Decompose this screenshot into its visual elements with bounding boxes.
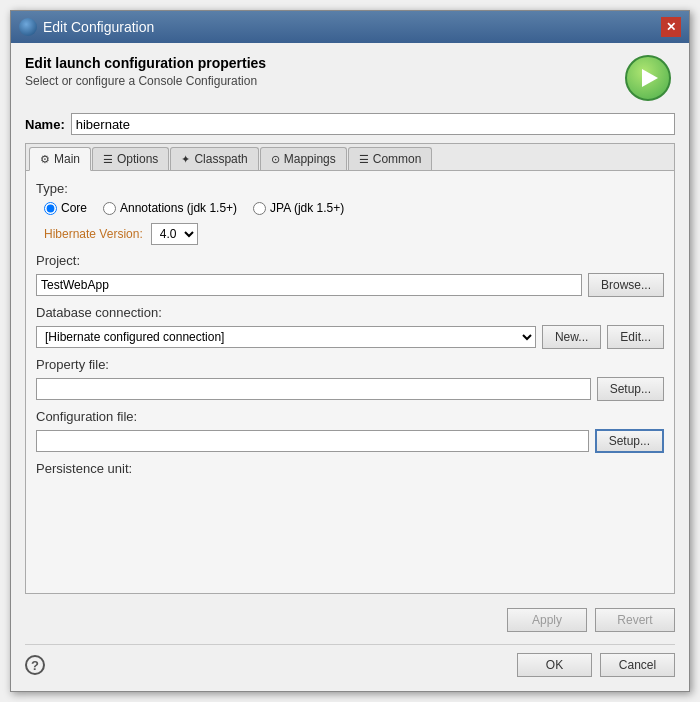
name-label: Name: bbox=[25, 117, 65, 132]
panel-content: Type: Core Annotations (jdk 1.5+) JPA bbox=[26, 171, 674, 593]
tab-common[interactable]: ☰ Common bbox=[348, 147, 433, 170]
main-tab-icon: ⚙ bbox=[40, 153, 50, 166]
version-label: Hibernate Version: bbox=[44, 227, 143, 241]
apply-button[interactable]: Apply bbox=[507, 608, 587, 632]
db-connection-row: [Hibernate configured connection] New...… bbox=[36, 325, 664, 349]
dialog-content: Edit launch configuration properties Sel… bbox=[11, 43, 689, 691]
config-file-label: Configuration file: bbox=[36, 409, 664, 424]
heading: Edit launch configuration properties bbox=[25, 55, 266, 71]
apply-revert-row: Apply Revert bbox=[25, 602, 675, 636]
tab-options[interactable]: ☰ Options bbox=[92, 147, 169, 170]
radio-core[interactable]: Core bbox=[44, 201, 87, 215]
property-file-input[interactable] bbox=[36, 378, 591, 400]
play-triangle-icon bbox=[642, 69, 658, 87]
config-file-input[interactable] bbox=[36, 430, 589, 452]
tab-common-label: Common bbox=[373, 152, 422, 166]
radio-jpa[interactable]: JPA (jdk 1.5+) bbox=[253, 201, 344, 215]
project-field-row: Browse... bbox=[36, 273, 664, 297]
help-button[interactable]: ? bbox=[25, 655, 45, 675]
classpath-tab-icon: ✦ bbox=[181, 153, 190, 166]
footer-row: ? OK Cancel bbox=[25, 644, 675, 681]
options-tab-icon: ☰ bbox=[103, 153, 113, 166]
property-setup-button[interactable]: Setup... bbox=[597, 377, 664, 401]
run-icon-container[interactable] bbox=[625, 55, 675, 105]
tab-main[interactable]: ⚙ Main bbox=[29, 147, 91, 171]
config-setup-button[interactable]: Setup... bbox=[595, 429, 664, 453]
db-connection-select[interactable]: [Hibernate configured connection] bbox=[36, 326, 536, 348]
version-select[interactable]: 4.0 3.6 3.5 3.3 bbox=[151, 223, 198, 245]
type-radio-group: Core Annotations (jdk 1.5+) JPA (jdk 1.5… bbox=[44, 201, 664, 215]
tab-main-label: Main bbox=[54, 152, 80, 166]
main-panel: ⚙ Main ☰ Options ✦ Classpath ⊙ Mappings … bbox=[25, 143, 675, 594]
browse-button[interactable]: Browse... bbox=[588, 273, 664, 297]
mappings-tab-icon: ⊙ bbox=[271, 153, 280, 166]
title-bar: Edit Configuration ✕ bbox=[11, 11, 689, 43]
common-tab-icon: ☰ bbox=[359, 153, 369, 166]
name-row: Name: bbox=[25, 113, 675, 135]
edit-configuration-dialog: Edit Configuration ✕ Edit launch configu… bbox=[10, 10, 690, 692]
header-text: Edit launch configuration properties Sel… bbox=[25, 55, 266, 88]
cancel-button[interactable]: Cancel bbox=[600, 653, 675, 677]
config-file-section: Configuration file: Setup... bbox=[36, 409, 664, 453]
config-file-row: Setup... bbox=[36, 429, 664, 453]
ok-button[interactable]: OK bbox=[517, 653, 592, 677]
type-label: Type: bbox=[36, 181, 664, 196]
header-section: Edit launch configuration properties Sel… bbox=[25, 55, 675, 105]
type-section: Type: Core Annotations (jdk 1.5+) JPA bbox=[36, 181, 664, 215]
radio-jpa-label: JPA (jdk 1.5+) bbox=[270, 201, 344, 215]
run-button[interactable] bbox=[625, 55, 671, 101]
name-input[interactable] bbox=[71, 113, 675, 135]
footer-buttons: OK Cancel bbox=[517, 653, 675, 677]
property-file-section: Property file: Setup... bbox=[36, 357, 664, 401]
version-row: Hibernate Version: 4.0 3.6 3.5 3.3 bbox=[44, 223, 664, 245]
db-connection-section: Database connection: [Hibernate configur… bbox=[36, 305, 664, 349]
subtext: Select or configure a Console Configurat… bbox=[25, 74, 266, 88]
radio-annotations[interactable]: Annotations (jdk 1.5+) bbox=[103, 201, 237, 215]
close-button[interactable]: ✕ bbox=[661, 17, 681, 37]
property-file-row: Setup... bbox=[36, 377, 664, 401]
tab-classpath-label: Classpath bbox=[194, 152, 247, 166]
tabs-container: ⚙ Main ☰ Options ✦ Classpath ⊙ Mappings … bbox=[26, 144, 674, 171]
dialog-title: Edit Configuration bbox=[43, 19, 154, 35]
radio-annotations-label: Annotations (jdk 1.5+) bbox=[120, 201, 237, 215]
project-section: Project: Browse... bbox=[36, 253, 664, 297]
tab-options-label: Options bbox=[117, 152, 158, 166]
db-connection-label: Database connection: bbox=[36, 305, 664, 320]
persistence-section: Persistence unit: bbox=[36, 461, 664, 478]
tab-classpath[interactable]: ✦ Classpath bbox=[170, 147, 258, 170]
tab-mappings[interactable]: ⊙ Mappings bbox=[260, 147, 347, 170]
new-button[interactable]: New... bbox=[542, 325, 601, 349]
project-input[interactable] bbox=[36, 274, 582, 296]
app-icon bbox=[19, 18, 37, 36]
title-bar-left: Edit Configuration bbox=[19, 18, 154, 36]
project-label: Project: bbox=[36, 253, 664, 268]
property-file-label: Property file: bbox=[36, 357, 664, 372]
revert-button[interactable]: Revert bbox=[595, 608, 675, 632]
tab-mappings-label: Mappings bbox=[284, 152, 336, 166]
persistence-label: Persistence unit: bbox=[36, 461, 664, 476]
edit-button[interactable]: Edit... bbox=[607, 325, 664, 349]
radio-core-label: Core bbox=[61, 201, 87, 215]
